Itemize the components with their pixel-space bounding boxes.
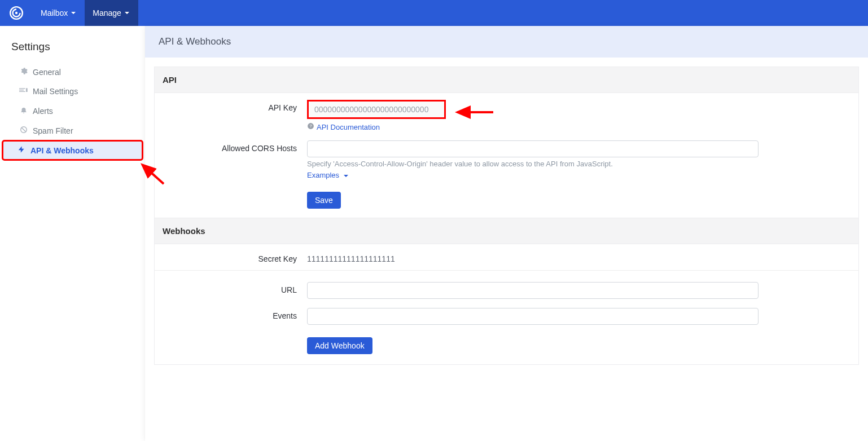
svg-rect-3 [19,88,25,89]
chevron-down-icon [71,12,76,14]
cors-help-text: Specify 'Access-Control-Allow-Origin' he… [307,160,759,168]
api-key-label: API Key [163,100,307,131]
sidebar-item-alerts[interactable]: Alerts [5,101,141,121]
api-panel: API API Key ? API Documentation [154,67,859,365]
api-key-value [309,102,444,117]
sidebar-item-label: Mail Settings [33,87,78,96]
api-documentation-link[interactable]: API Documentation [317,123,380,131]
chevron-down-icon [344,175,348,177]
bell-icon [17,106,30,116]
svg-rect-4 [19,91,25,92]
gear-icon [17,67,30,77]
nav-manage-label: Manage [93,8,121,17]
svg-point-1 [15,12,17,14]
mail-settings-icon [17,87,30,96]
sidebar-item-api-webhooks[interactable]: API & Webhooks [2,140,143,160]
nav-mailbox-label: Mailbox [41,8,68,17]
secret-key-label: Secret Key [163,251,307,263]
sidebar-item-mail-settings[interactable]: Mail Settings [5,82,141,101]
sidebar-item-spam-filter[interactable]: Spam Filter [5,121,141,140]
svg-text:?: ? [309,124,312,129]
svg-rect-5 [26,88,28,92]
webhook-url-input[interactable] [307,282,759,299]
sidebar-item-label: Spam Filter [33,126,73,135]
content-area: API & Webhooks API API Key ? AP [145,26,868,441]
page-title: API & Webhooks [145,26,868,58]
events-label: Events [163,308,307,325]
sidebar-item-label: API & Webhooks [30,146,94,155]
app-logo[interactable] [0,0,33,26]
sidebar-item-label: General [33,68,61,77]
ban-icon [17,126,30,135]
cors-hosts-input[interactable] [307,140,759,157]
api-key-highlight-box [307,100,446,119]
webhooks-section-title: Webhooks [154,218,859,244]
webhook-events-input[interactable] [307,308,759,325]
settings-sidebar: Settings General Mail Settings Alerts Sp… [0,26,145,441]
svg-line-7 [21,127,26,132]
sidebar-item-general[interactable]: General [5,62,141,82]
top-navbar: Mailbox Manage [0,0,868,26]
cors-label: Allowed CORS Hosts [163,140,307,179]
sidebar-title: Settings [0,36,145,62]
sidebar-item-label: Alerts [33,107,53,116]
secret-key-value: 11111111111111111111 [307,251,759,263]
chevron-down-icon [125,12,129,14]
bolt-icon [15,145,28,155]
svg-rect-2 [19,90,24,90]
examples-link-label: Examples [307,171,339,179]
examples-link[interactable]: Examples [307,171,348,179]
url-label: URL [163,282,307,299]
api-section-title: API [154,67,859,93]
nav-manage[interactable]: Manage [85,0,138,26]
help-icon: ? [307,122,314,131]
save-button[interactable]: Save [307,192,341,209]
add-webhook-button[interactable]: Add Webhook [307,337,372,354]
nav-mailbox[interactable]: Mailbox [33,0,85,26]
